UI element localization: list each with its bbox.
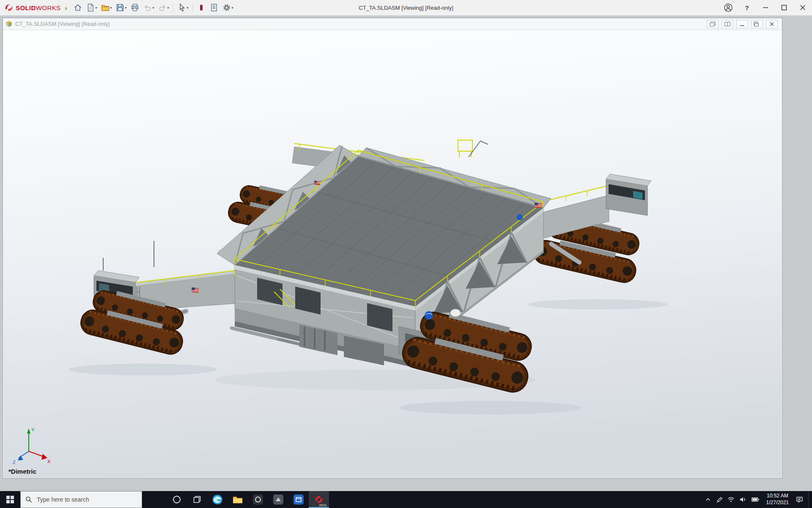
assembly-document-icon (5, 21, 12, 28)
save-icon (115, 3, 125, 12)
redo-button[interactable]: ▾ (156, 1, 171, 14)
print-icon (130, 3, 140, 12)
open-button[interactable]: ▾ (99, 1, 114, 14)
new-document-button[interactable]: ▾ (84, 1, 99, 14)
minimize-button[interactable] (756, 0, 775, 15)
print-button[interactable] (129, 1, 141, 14)
action-center-button[interactable] (796, 496, 803, 503)
redo-icon (158, 3, 167, 12)
show-desktop-button[interactable] (808, 491, 811, 508)
edge-icon (212, 494, 223, 505)
window-controls: ? (719, 0, 812, 15)
app-icon-3 (293, 494, 304, 505)
taskbar-search[interactable] (20, 491, 142, 508)
clock-time: 10:52 AM (766, 493, 789, 500)
document-window-controls (707, 20, 779, 28)
doc-restore-button[interactable] (751, 20, 763, 28)
cortana-button[interactable] (167, 491, 187, 508)
network-tray-button[interactable] (727, 497, 735, 502)
windows-start-icon (6, 496, 14, 503)
home-icon (73, 3, 82, 12)
select-caret[interactable]: ▾ (187, 6, 189, 10)
select-button[interactable]: ▾ (176, 1, 190, 14)
options-caret[interactable]: ▾ (232, 6, 233, 10)
help-button[interactable]: ? (738, 0, 756, 15)
solidworks-taskbar-button[interactable]: 2021 (309, 491, 329, 508)
reference-triad[interactable]: Y X Z (12, 426, 52, 465)
system-tray: 10:52 AM 1/27/2021 (705, 491, 812, 508)
search-input[interactable] (36, 496, 131, 503)
app-name-light: WORKS (36, 4, 61, 11)
window-document-title: CT_TA.SLDASM [Viewing] [Read-only] (359, 0, 453, 15)
macro-icon (197, 3, 206, 12)
task-view-button[interactable] (187, 491, 207, 508)
save-caret[interactable]: ▾ (125, 6, 127, 10)
graphics-area[interactable]: Y X Z *Dimetric (3, 30, 782, 478)
search-icon (25, 496, 32, 503)
cortana-icon (172, 495, 181, 504)
triad-y-label: Y (31, 427, 35, 432)
taskbar-app-button-3[interactable] (288, 491, 309, 508)
edge-button[interactable] (207, 491, 228, 508)
split-view-button[interactable] (721, 20, 733, 28)
maximize-icon (779, 3, 789, 12)
solidworks-logo[interactable]: SOLIDWORKS (0, 3, 64, 12)
taskbar-app-button-2[interactable] (268, 491, 288, 508)
doc-restore-icon (754, 22, 760, 27)
maximize-button[interactable] (775, 0, 793, 15)
volume-icon (740, 497, 746, 502)
menu-expand-arrow[interactable]: › (65, 4, 67, 11)
redo-caret[interactable]: ▾ (167, 6, 169, 10)
action-center-icon (796, 496, 803, 503)
solidworks-year-badge: 2021 (319, 503, 327, 507)
pen-icon (716, 497, 722, 503)
undo-button[interactable]: ▾ (141, 1, 156, 14)
split-view-icon (724, 22, 731, 27)
help-icon: ? (745, 4, 749, 11)
triad-x-label: X (47, 459, 51, 464)
new-document-caret[interactable]: ▾ (96, 6, 97, 10)
user-account-icon (724, 3, 733, 12)
volume-tray-button[interactable] (740, 497, 746, 502)
main-titlebar: SOLIDWORKS › ▾ ▾ ▾ ▾ (0, 0, 812, 16)
pen-tray-button[interactable] (716, 497, 722, 503)
chevron-up-icon (705, 497, 711, 502)
account-button[interactable] (719, 0, 738, 15)
undo-caret[interactable]: ▾ (153, 6, 154, 10)
new-window-button[interactable] (707, 20, 719, 28)
options-button[interactable]: ▾ (220, 1, 235, 14)
doc-close-icon (768, 22, 775, 27)
minimize-icon (761, 3, 770, 12)
home-button[interactable] (71, 1, 84, 14)
app-icon-2 (273, 494, 284, 505)
macro-button[interactable] (195, 1, 208, 14)
hidden-icons-button[interactable] (705, 497, 711, 502)
taskbar-app-button-1[interactable] (248, 491, 268, 508)
open-caret[interactable]: ▾ (110, 6, 112, 10)
dassault-systemes-logo-icon (4, 3, 14, 12)
new-document-icon (86, 3, 95, 12)
crawler-transporter-model (3, 30, 782, 478)
view-orientation-label: *Dimetric (8, 468, 36, 475)
save-button[interactable]: ▾ (114, 1, 129, 14)
wifi-icon (727, 497, 735, 502)
doc-minimize-icon (739, 22, 746, 27)
options-gear-icon (222, 3, 231, 12)
task-view-icon (193, 495, 201, 504)
document-window-titlebar[interactable]: CT_TA.SLDASM [Viewing] [Read-only] (3, 18, 782, 30)
windows-taskbar: 2021 10:52 AM 1/27/2021 (0, 491, 812, 508)
taskbar-clock[interactable]: 10:52 AM 1/27/2021 (764, 493, 791, 506)
file-explorer-icon (232, 494, 243, 505)
toolbar-separator (173, 3, 173, 12)
app-name: SOLIDWORKS (16, 4, 61, 11)
start-button[interactable] (0, 491, 20, 508)
doc-minimize-button[interactable] (736, 20, 748, 28)
file-properties-icon (209, 3, 219, 12)
doc-close-button[interactable] (766, 20, 778, 28)
file-explorer-button[interactable] (228, 491, 248, 508)
battery-tray-button[interactable] (752, 497, 759, 502)
toolbar-separator (192, 3, 193, 12)
app-name-bold: SOLID (16, 4, 36, 11)
file-properties-button[interactable] (208, 1, 220, 14)
close-button[interactable] (793, 0, 812, 15)
